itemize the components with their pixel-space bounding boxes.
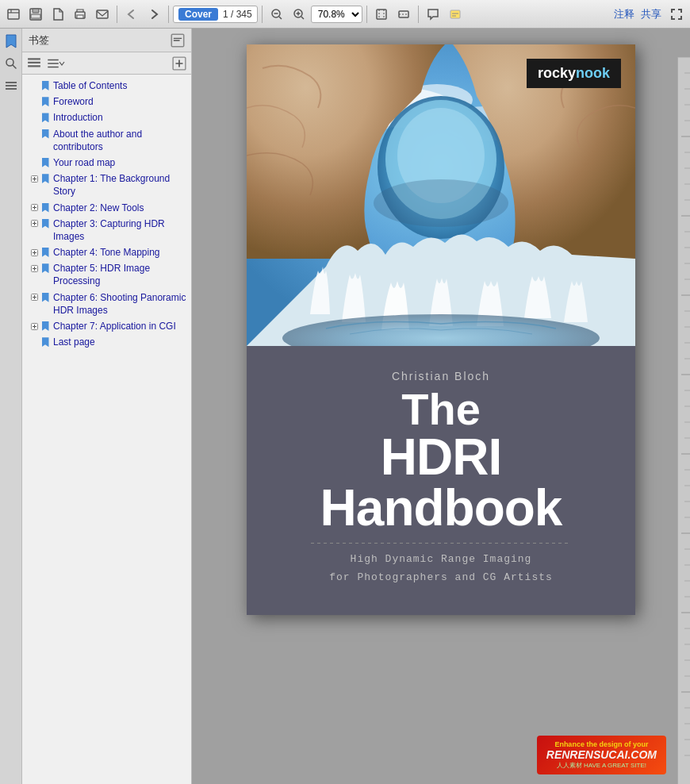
- book-subtitle: High Dynamic Range Imaging for Photograp…: [278, 550, 604, 587]
- bookmark-icon-roadmap: [40, 157, 51, 168]
- comment-icon[interactable]: [423, 4, 443, 25]
- forward-icon[interactable]: [144, 4, 164, 25]
- separator5: [418, 6, 419, 23]
- toc-label-roadmap: Your road map: [53, 156, 188, 169]
- expand-icon-ch4[interactable]: [29, 247, 40, 258]
- svg-rect-9: [377, 10, 386, 19]
- zoom-out-icon[interactable]: [266, 4, 287, 25]
- new-file-icon[interactable]: [48, 4, 68, 25]
- toolbar-right: 注释 共享: [614, 7, 661, 21]
- annotate-button[interactable]: 注释: [614, 7, 634, 21]
- page-label: Cover: [178, 8, 218, 21]
- back-icon[interactable]: [121, 4, 142, 25]
- email-icon[interactable]: [92, 4, 113, 25]
- page-info: 1 / 345: [223, 9, 252, 20]
- toc-item-ch7[interactable]: Chapter 7: Application in CGI: [22, 318, 191, 334]
- bookmark-icon-toc: [40, 80, 51, 91]
- svg-rect-15: [6, 88, 17, 90]
- toc-item-ch4[interactable]: Chapter 4: Tone Mapping: [22, 244, 191, 260]
- subtitle-line1: High Dynamic Range Imaging: [351, 553, 532, 565]
- expand-icon-ch3[interactable]: [29, 218, 40, 229]
- bookmark-icon-intro: [40, 112, 51, 123]
- icon-bar: [0, 29, 22, 784]
- toc-item-ch1[interactable]: Chapter 1: The Background Story: [22, 171, 191, 199]
- bookmark-icon-ch4: [40, 247, 51, 258]
- expand-icon-ch2[interactable]: [29, 202, 40, 213]
- svg-rect-19: [28, 65, 40, 67]
- expand-icon-ch1[interactable]: [29, 173, 40, 184]
- expand-icon-roadmap: [29, 157, 40, 168]
- toc-item-ch3[interactable]: Chapter 3: Capturing HDR Images: [22, 216, 191, 244]
- logo-rocky: rocky: [538, 65, 576, 81]
- toc-item-toc[interactable]: Table of Contents: [22, 78, 191, 94]
- sidebar: 书签: [22, 29, 191, 784]
- toc-item-ch6[interactable]: Chapter 6: Shooting Panoramic HDR Images: [22, 290, 191, 318]
- bookmark-icon-last: [40, 336, 51, 348]
- expand-icon-intro: [29, 112, 40, 123]
- watermark-line1: Enhance the design of your: [546, 740, 657, 748]
- book-cover: rockynook Christian Bloch The HDRI Handb…: [247, 44, 635, 615]
- fit-width-icon[interactable]: [393, 4, 414, 25]
- main-layout: 书签: [0, 29, 690, 784]
- svg-rect-6: [97, 10, 108, 18]
- share-button[interactable]: 共享: [641, 7, 661, 21]
- svg-rect-0: [8, 10, 19, 19]
- sidebar-layers-tab[interactable]: [2, 76, 21, 95]
- toc-item-ch5[interactable]: Chapter 5: HDR Image Processing: [22, 260, 191, 289]
- toc-label-ch1: Chapter 1: The Background Story: [53, 172, 188, 198]
- sidebar-search-tab[interactable]: [2, 54, 21, 73]
- svg-point-37: [374, 179, 508, 227]
- rockynook-logo: rockynook: [527, 59, 621, 88]
- expand-icon-toc: [29, 80, 40, 91]
- toc-label-ch7: Chapter 7: Application in CGI: [53, 320, 188, 332]
- watermark-box: Enhance the design of your RENRENSUCAI.C…: [537, 736, 666, 774]
- toc-view-icon[interactable]: [25, 55, 43, 72]
- fullscreen-icon[interactable]: [666, 4, 687, 25]
- separator4: [366, 6, 367, 23]
- open-file-icon[interactable]: [3, 4, 24, 25]
- save-icon[interactable]: [25, 4, 46, 25]
- expand-icon-ch7[interactable]: [29, 321, 40, 332]
- svg-rect-3: [31, 14, 40, 18]
- toc-item-roadmap[interactable]: Your road map: [22, 155, 191, 171]
- sidebar-close-icon[interactable]: [171, 33, 185, 48]
- toc-item-foreword[interactable]: Foreword: [22, 94, 191, 110]
- zoom-in-icon[interactable]: [289, 4, 309, 25]
- cover-image: rockynook: [247, 44, 635, 346]
- separator1: [117, 6, 117, 23]
- toc-item-last[interactable]: Last page: [22, 334, 191, 350]
- book-title-the: The: [278, 387, 604, 432]
- svg-rect-14: [6, 85, 17, 86]
- expand-icon-ch5[interactable]: [29, 263, 40, 274]
- svg-rect-13: [6, 82, 17, 83]
- sidebar-bookmark-tab[interactable]: [2, 32, 21, 51]
- fit-page-icon[interactable]: [371, 4, 392, 25]
- expand-icon-ch6[interactable]: [29, 292, 40, 303]
- print-icon[interactable]: [70, 4, 90, 25]
- toc-label-ch2: Chapter 2: New Tools: [53, 202, 188, 214]
- toc-item-author[interactable]: About the author and contributors: [22, 126, 191, 155]
- toc-item-intro[interactable]: Introduction: [22, 110, 191, 125]
- left-panel: 书签: [0, 29, 192, 784]
- bookmark-icon-ch3: [40, 218, 51, 229]
- toc-item-ch2[interactable]: Chapter 2: New Tools: [22, 200, 191, 216]
- toc-expand-all-icon[interactable]: [171, 55, 188, 72]
- author-name: Christian Bloch: [278, 370, 604, 382]
- svg-rect-2: [33, 9, 39, 13]
- cover-text: Christian Bloch The HDRI Handbook High D…: [247, 346, 635, 615]
- watermark-line3: 人人素材 HAVE A GREAT SITE!: [546, 761, 657, 770]
- page-indicator: Cover 1 / 345: [173, 6, 258, 23]
- separator3: [262, 6, 263, 23]
- svg-rect-38: [678, 57, 690, 771]
- bookmark-icon-ch6: [40, 292, 51, 303]
- expand-icon-author: [29, 129, 40, 140]
- zoom-select[interactable]: 70.8% 50% 75% 100% 125% 150%: [311, 6, 362, 23]
- toc-label-ch5: Chapter 5: HDR Image Processing: [53, 262, 188, 287]
- toc-label-author: About the author and contributors: [53, 128, 188, 153]
- sidebar-toolbar: [22, 52, 191, 75]
- page-ruler: [677, 57, 690, 784]
- watermark-line2: RENRENSUCAI.COM: [546, 748, 657, 761]
- highlight-icon[interactable]: [445, 4, 466, 25]
- toc-label-last: Last page: [53, 336, 188, 348]
- toc-label-ch4: Chapter 4: Tone Mapping: [53, 246, 188, 259]
